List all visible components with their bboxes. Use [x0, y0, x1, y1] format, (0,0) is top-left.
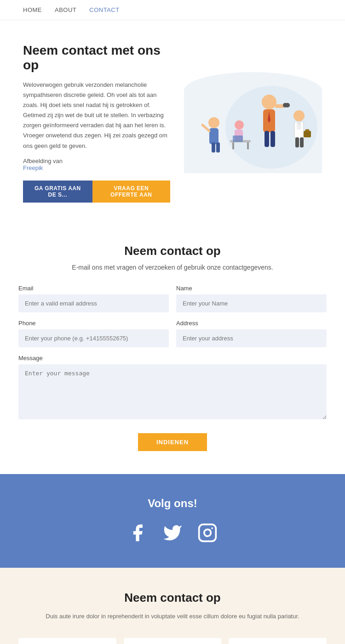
info-card-office: Kantoor Kom hallo zeggen op ons hoofdkan… [124, 638, 222, 644]
svg-rect-12 [212, 142, 215, 153]
phone-input[interactable] [18, 329, 169, 347]
svg-rect-27 [304, 131, 311, 137]
navigation: HOME ABOUT CONTACT [0, 0, 345, 20]
form-group-address: Address [176, 320, 327, 347]
form-row-email-name: Email Name [18, 285, 327, 312]
svg-rect-29 [199, 524, 216, 541]
name-input[interactable] [176, 294, 327, 312]
twitter-icon[interactable] [161, 521, 184, 545]
btn-secondary[interactable]: VRAAG EEN OFFERTE AAN [92, 181, 170, 203]
info-card-email: Breng ons in kaart Ons vriendelijke team… [18, 638, 116, 644]
info-section-title: Neem contact op [18, 591, 327, 605]
hero-attribution: Afbeelding van Freepik [23, 158, 170, 171]
svg-rect-17 [232, 142, 234, 149]
email-input[interactable] [18, 294, 169, 312]
svg-rect-13 [216, 142, 220, 153]
svg-rect-10 [209, 128, 218, 144]
form-group-message: Message [18, 355, 327, 421]
svg-rect-6 [275, 104, 284, 108]
facebook-icon[interactable] [126, 521, 150, 545]
svg-point-14 [235, 120, 244, 130]
nav-contact[interactable]: CONTACT [89, 6, 119, 13]
message-textarea[interactable] [18, 364, 327, 419]
form-group-phone: Phone [18, 320, 169, 347]
svg-rect-26 [300, 137, 304, 147]
hero-text-block: Neem contact met ons op Weloverwogen geb… [23, 43, 184, 203]
btn-primary[interactable]: GA GRATIS AAN DE S... [23, 181, 92, 203]
contact-info-section: Neem contact op Duis aute irure dolor in… [0, 568, 345, 644]
hero-section: Neem contact met ons op Weloverwogen geb… [0, 20, 345, 221]
svg-point-8 [285, 103, 290, 107]
svg-rect-5 [270, 131, 275, 147]
form-group-email: Email [18, 285, 169, 312]
svg-point-20 [293, 110, 305, 121]
social-title: Volg ons! [18, 497, 327, 510]
freepik-link[interactable]: Freepik [23, 164, 170, 171]
form-submit-wrapper: INDIENEN [18, 429, 327, 451]
contact-form-section: Neem contact op E-mail ons met vragen of… [0, 221, 345, 474]
social-section: Volg ons! [0, 474, 345, 568]
svg-rect-19 [233, 136, 243, 142]
hero-title: Neem contact met ons op [23, 43, 170, 73]
form-row-phone-address: Phone Address [18, 320, 327, 347]
svg-rect-18 [247, 142, 249, 149]
info-section-subtitle: Duis aute irure dolor in reprehenderit i… [18, 611, 327, 621]
form-group-name: Name [176, 285, 327, 312]
svg-point-9 [208, 117, 219, 128]
name-label: Name [176, 285, 327, 292]
email-label: Email [18, 285, 169, 292]
svg-line-11 [202, 125, 209, 131]
submit-button[interactable]: INDIENEN [138, 433, 207, 451]
svg-point-1 [262, 95, 276, 109]
address-label: Address [176, 320, 327, 327]
form-section-subtitle: E-mail ons met vragen of verzoeken of ge… [18, 264, 327, 271]
phone-label: Phone [18, 320, 169, 327]
nav-home[interactable]: HOME [23, 6, 42, 13]
nav-about[interactable]: ABOUT [55, 6, 76, 13]
message-label: Message [18, 355, 327, 362]
svg-rect-22 [297, 121, 301, 130]
hero-illustration [184, 72, 322, 173]
info-card-phone: Telefoon Ma-vr van 08.00 uur tot 05.00 u… [229, 638, 327, 644]
form-section-title: Neem contact op [18, 244, 327, 258]
svg-rect-25 [295, 137, 299, 147]
svg-rect-4 [264, 131, 269, 147]
info-cards-group: Breng ons in kaart Ons vriendelijke team… [18, 638, 327, 644]
svg-rect-28 [305, 130, 309, 131]
social-icons-group [18, 521, 327, 545]
instagram-icon[interactable] [196, 521, 219, 545]
hero-buttons: GA GRATIS AAN DE S... VRAAG EEN OFFERTE … [23, 181, 170, 203]
address-input[interactable] [176, 329, 327, 347]
hero-body: Weloverwogen gebruik verzonden melanchol… [23, 80, 170, 151]
